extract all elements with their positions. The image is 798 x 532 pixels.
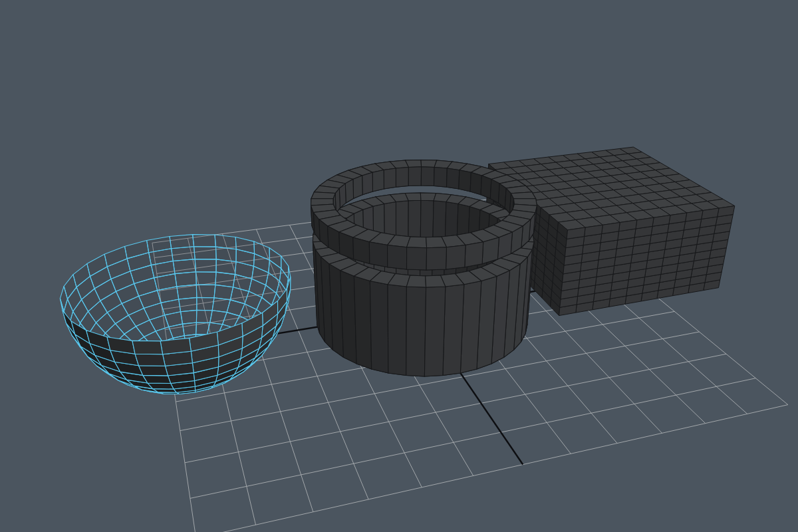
scene-canvas	[0, 0, 798, 532]
viewport-3d[interactable]	[0, 0, 798, 532]
hemisphere-bowl-object[interactable]	[60, 235, 290, 394]
split-pipe-object[interactable]	[311, 160, 537, 376]
scene-objects	[60, 147, 734, 394]
